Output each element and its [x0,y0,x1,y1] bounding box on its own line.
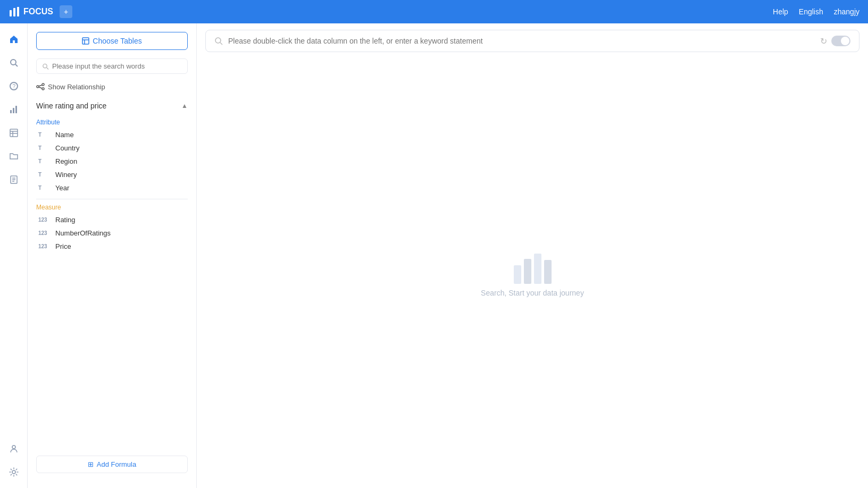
search-bar-icon [214,37,223,45]
field-item-price[interactable]: 123Price [36,240,188,253]
logo: FOCUS [9,6,53,18]
field-search-input[interactable] [52,62,182,70]
field-type-icon: T [38,145,51,151]
svg-rect-2 [17,7,19,16]
measure-fields-list: 123Rating123NumberOfRatings123Price [36,213,188,253]
left-panel: Choose Tables Show Relationship Wine rat… [28,23,197,488]
section-divider [36,199,188,199]
top-navigation: FOCUS + Help English zhangjy [0,0,868,23]
svg-line-29 [39,87,42,88]
sidebar-item-settings[interactable] [4,462,23,482]
field-name: Price [55,242,71,250]
svg-rect-10 [10,129,18,137]
svg-rect-34 [534,254,541,284]
field-type-icon: 123 [38,243,51,249]
field-name: Year [55,184,69,192]
attribute-fields-list: TNameTCountryTRegionTWineryTYear [36,128,188,195]
field-item-region[interactable]: TRegion [36,155,188,168]
field-item-year[interactable]: TYear [36,181,188,195]
add-formula-button[interactable]: ⊞ Add Formula [36,456,188,473]
empty-state: Search, Start your data journey [197,58,868,488]
svg-point-18 [12,445,15,449]
svg-rect-9 [15,106,17,113]
svg-rect-35 [544,260,552,284]
svg-rect-7 [10,110,12,113]
field-name: Name [55,131,74,139]
relationship-icon [36,82,45,91]
choose-tables-button[interactable]: Choose Tables [36,32,188,50]
add-formula-label: Add Formula [97,460,136,468]
field-item-name[interactable]: TName [36,128,188,141]
table-name: Wine rating and price [36,102,106,110]
new-tab-button[interactable]: + [60,5,72,18]
field-name: Rating [55,216,76,224]
svg-point-25 [37,86,39,88]
show-relationship-label: Show Relationship [48,83,105,91]
field-item-country[interactable]: TCountry [36,141,188,155]
main-layout: ? [0,23,868,488]
svg-point-30 [215,38,221,43]
sidebar-item-user[interactable] [4,439,23,458]
sidebar-item-search[interactable] [4,53,23,72]
svg-text:?: ? [12,83,15,89]
table-header[interactable]: Wine rating and price ▲ [36,97,188,114]
svg-point-27 [42,88,44,90]
svg-point-26 [42,83,44,86]
field-type-icon: 123 [38,217,51,223]
field-item-numberofratings[interactable]: 123NumberOfRatings [36,226,188,240]
main-search-bar: ↻ [205,30,859,52]
logo-text: FOCUS [23,7,53,16]
main-content: ↻ Search, Start your data journey [197,23,868,488]
svg-rect-8 [13,108,14,113]
attribute-section-label: Attribute [36,119,188,126]
svg-rect-0 [10,10,12,16]
nav-right: Help English zhangjy [773,7,859,16]
svg-rect-1 [13,8,15,16]
field-type-icon: T [38,185,51,191]
field-item-rating[interactable]: 123Rating [36,213,188,226]
sidebar-item-analytics[interactable] [4,100,23,119]
table-section: Wine rating and price ▲ Attribute TNameT… [28,97,196,449]
svg-rect-33 [524,259,531,284]
svg-line-28 [39,85,42,86]
sidebar-item-reports[interactable] [4,170,23,189]
field-item-winery[interactable]: TWinery [36,168,188,181]
nav-left: FOCUS + [9,5,72,18]
svg-rect-20 [82,38,89,44]
svg-line-4 [15,64,18,66]
logo-icon [9,6,20,18]
table-icon [82,37,89,45]
svg-line-24 [47,68,48,69]
main-search-input[interactable] [228,37,815,45]
field-type-icon: 123 [38,230,51,236]
toggle-switch[interactable] [831,36,850,46]
add-formula-icon: ⊞ [88,460,94,468]
sidebar-item-home[interactable] [4,30,23,49]
svg-point-19 [12,470,15,474]
help-link[interactable]: Help [773,7,788,16]
language-selector[interactable]: English [799,7,823,16]
sidebar-item-help[interactable]: ? [4,77,23,96]
field-name: Region [55,157,77,165]
refresh-icon[interactable]: ↻ [820,36,827,46]
empty-state-text: Search, Start your data journey [481,289,584,297]
show-relationship-toggle[interactable]: Show Relationship [36,82,188,91]
field-name: Country [55,144,80,152]
svg-line-31 [220,43,222,45]
field-type-icon: T [38,132,51,138]
field-type-icon: T [38,172,51,178]
search-bar-right: ↻ [820,36,850,46]
svg-point-23 [43,64,47,68]
field-type-icon: T [38,158,51,164]
field-search-icon [42,63,49,70]
user-menu[interactable]: zhangjy [834,7,859,16]
table-collapse-chevron: ▲ [181,102,188,110]
sidebar-item-table[interactable] [4,123,23,142]
icon-sidebar: ? [0,23,28,488]
field-name: NumberOfRatings [55,229,111,237]
field-name: Winery [55,171,77,179]
svg-rect-32 [514,265,521,284]
empty-chart-icon [511,249,554,289]
sidebar-item-folder[interactable] [4,147,23,166]
measure-section-label: Measure [36,204,188,211]
